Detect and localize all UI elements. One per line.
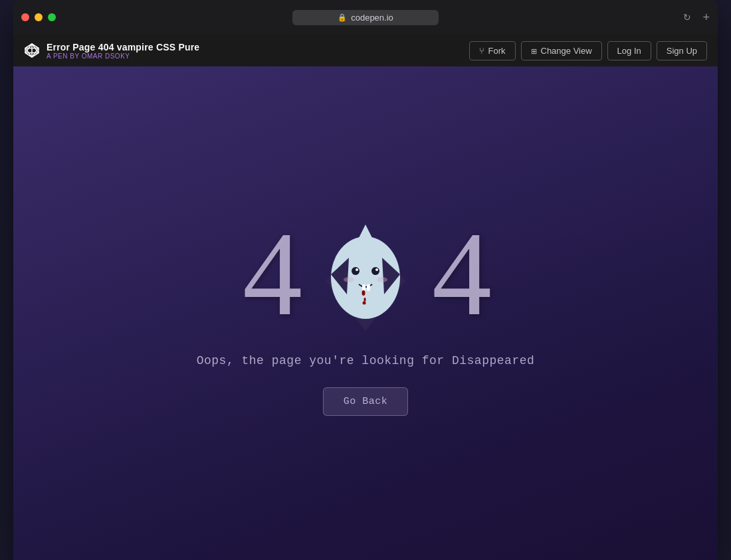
digit-right: 4 (432, 215, 488, 334)
fork-icon (479, 46, 484, 56)
address-bar[interactable]: 🔒 codepen.io (292, 10, 439, 25)
four-oh-four-display: 4 (243, 215, 488, 334)
pen-title: Error Page 404 vampire CSS Pure (47, 42, 469, 52)
content-area: 4 (13, 66, 718, 560)
svg-point-23 (363, 301, 366, 304)
pen-author: A PEN BY Omar Dsoky (47, 52, 469, 60)
svg-point-13 (352, 267, 360, 275)
svg-point-15 (356, 268, 358, 271)
traffic-light-red[interactable] (21, 13, 29, 21)
url-text: codepen.io (351, 13, 393, 23)
traffic-light-yellow[interactable] (35, 13, 43, 21)
traffic-lights (21, 13, 56, 21)
refresh-button[interactable]: ↻ (683, 12, 691, 23)
traffic-light-green[interactable] (48, 13, 56, 21)
change-view-icon (531, 46, 537, 56)
signup-button[interactable]: Sign Up (657, 41, 707, 60)
svg-point-17 (344, 277, 354, 282)
vampire-character (312, 201, 419, 334)
codepen-bar: Error Page 404 vampire CSS Pure A PEN BY… (13, 35, 718, 66)
svg-rect-20 (367, 284, 370, 291)
codepen-actions: Fork Change View Log In Sign Up (469, 41, 708, 60)
svg-point-14 (371, 267, 379, 275)
svg-rect-19 (362, 284, 366, 291)
fork-button[interactable]: Fork (469, 41, 516, 60)
change-view-button[interactable]: Change View (521, 41, 602, 60)
svg-point-22 (364, 298, 366, 302)
error-message: Oops, the page you're looking for Disapp… (197, 354, 535, 367)
new-tab-button[interactable]: + (702, 11, 710, 23)
login-button[interactable]: Log In (607, 41, 651, 60)
mac-window: 🔒 codepen.io ↻ + Error Page 404 vampire … (13, 0, 718, 560)
lock-icon: 🔒 (338, 13, 347, 22)
error-container: 4 (197, 215, 535, 416)
codepen-logo (24, 43, 40, 58)
go-back-button[interactable]: Go Back (323, 387, 409, 416)
digit-left: 4 (243, 215, 299, 334)
title-bar: 🔒 codepen.io ↻ + (13, 0, 718, 35)
svg-point-18 (377, 277, 387, 282)
svg-point-16 (375, 268, 378, 271)
pen-info: Error Page 404 vampire CSS Pure A PEN BY… (47, 42, 469, 60)
svg-point-21 (362, 290, 366, 296)
